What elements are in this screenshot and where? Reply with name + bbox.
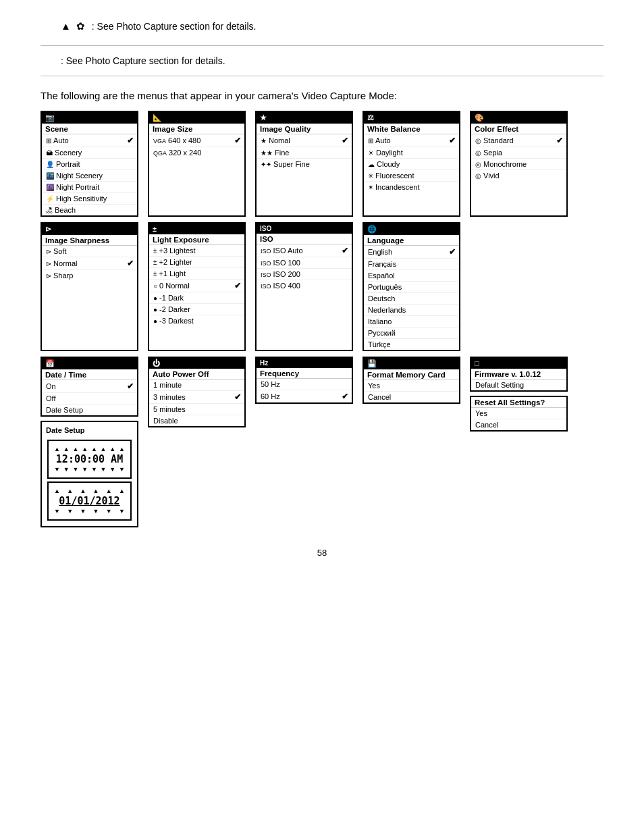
le-0normal[interactable]: ○0 Normal ✔ (149, 280, 244, 292)
fmt-title: Format Memory Card (364, 369, 459, 380)
sharp-normal[interactable]: ⊳Normal ✔ (42, 257, 137, 270)
fw-icon: □ (475, 359, 479, 367)
time-down-arrows: ▼▼▼▼▼▼▼▼ (54, 466, 125, 473)
lang-icon: 🌐 (367, 225, 377, 234)
lang-italiano[interactable]: Italiano (364, 316, 459, 328)
fmt-yes[interactable]: Yes (364, 380, 459, 392)
scene-title: Scene (42, 124, 137, 134)
le-2darker[interactable]: ●-2 Darker (149, 304, 244, 315)
ap-3min[interactable]: 3 minutes ✔ (149, 391, 244, 404)
note1-section: ▲ ✿ : See Photo Capture section for deta… (41, 14, 603, 36)
freq-icon: Hz (260, 359, 268, 367)
time-value: 12:00:00 AM (54, 453, 125, 465)
menu-row-2: ⊳ Image Sharpness ⊳Soft ⊳Normal ✔ ⊳Sharp… (41, 222, 603, 351)
iso-200[interactable]: ISOISO 200 (257, 269, 352, 280)
wb-auto[interactable]: ⊞Auto ✔ (364, 134, 459, 147)
arrows-icon: ▲ ✿ (61, 20, 85, 32)
lang-turkish[interactable]: Türkçe (364, 339, 459, 350)
time-display: ▲▲▲▲▲▲▲▲ 12:00:00 AM ▼▼▼▼▼▼▼▼ (47, 440, 132, 479)
ap-icon: ⏻ (153, 359, 160, 367)
quality-nomal[interactable]: ★Nomal ✔ (257, 134, 352, 147)
quality-super-fine[interactable]: ✦✦Super Fine (257, 159, 352, 170)
ce-monochrome[interactable]: ◎Monochrome (471, 159, 566, 170)
wb-incandescent[interactable]: ✶Incandescent (364, 182, 459, 192)
date-setup-panel: Date Setup ▲▲▲▲▲▲▲▲ 12:00:00 AM ▼▼▼▼▼▼▼▼… (41, 421, 138, 527)
iso-header: ISO (257, 224, 352, 234)
wb-cloudy[interactable]: ☁Cloudy (364, 159, 459, 170)
dt-title: Date / Time (42, 369, 137, 380)
divider2 (41, 76, 603, 76)
dt-off[interactable]: Off (42, 393, 137, 405)
menu-row-1: 📷 Scene ⊞Auto ✔ 🏔Scenery 👤Portrait 🌃Nigh… (41, 111, 603, 217)
le-3darkest[interactable]: ●-3 Darkest (149, 315, 244, 326)
scene-portrait[interactable]: 👤Portrait (42, 159, 137, 170)
fmt-cancel[interactable]: Cancel (364, 392, 459, 402)
scene-beach[interactable]: 🏖Beach (42, 205, 137, 215)
scene-night-scenery[interactable]: 🌃Night Scenery (42, 170, 137, 182)
qga-option[interactable]: QGA320 x 240 (149, 147, 244, 158)
date-display: ▲▲▲▲▲▲ 01/01/2012 ▼▼▼▼▼▼ (47, 481, 132, 521)
quality-fine[interactable]: ★★Fine (257, 147, 352, 159)
iso-400[interactable]: ISOISO 400 (257, 280, 352, 291)
le-1light[interactable]: ±+1 Light (149, 268, 244, 280)
vga-option[interactable]: VGA640 x 480 ✔ (149, 134, 244, 147)
lang-portugues[interactable]: Português (364, 282, 459, 293)
lang-english[interactable]: English ✔ (364, 246, 459, 259)
sharpness-panel: ⊳ Image Sharpness ⊳Soft ⊳Normal ✔ ⊳Sharp (41, 222, 138, 351)
sharpness-header: ⊳ (42, 224, 137, 235)
scene-icon: 📷 (45, 113, 55, 122)
wb-title: White Balance (364, 124, 459, 134)
scene-auto[interactable]: ⊞Auto ✔ (42, 134, 137, 147)
scene-night-portrait[interactable]: 🌆Night Portrait (42, 182, 137, 193)
dt-date-setup-item[interactable]: Date Setup (42, 405, 137, 415)
color-effect-panel: 🎨 Color Effect ◎Standard ✔ ◎Sepia ◎Monoc… (470, 111, 568, 217)
ce-standard[interactable]: ◎Standard ✔ (471, 134, 566, 147)
image-quality-panel: ★ Image Quality ★Nomal ✔ ★★Fine ✦✦Super … (255, 111, 353, 217)
reset-cancel[interactable]: Cancel (471, 419, 566, 430)
menu-row-3: 📅 Date / Time On ✔ Off Date Setup Date S… (41, 357, 603, 527)
freq-60hz[interactable]: 60 Hz ✔ (257, 390, 352, 402)
ap-5min[interactable]: 5 minutes (149, 404, 244, 415)
freq-50hz[interactable]: 50 Hz (257, 379, 352, 390)
ce-sepia[interactable]: ◎Sepia (471, 147, 566, 159)
scene-scenery[interactable]: 🏔Scenery (42, 147, 137, 159)
lang-espanol[interactable]: Español (364, 270, 459, 282)
le-icon: ± (153, 225, 157, 233)
fmt-header: 💾 (364, 358, 459, 369)
dt-icon: 📅 (45, 359, 55, 368)
main-desc: The following are the menus that appear … (41, 90, 397, 101)
sharp-soft[interactable]: ⊳Soft (42, 246, 137, 257)
ce-header: 🎨 (471, 112, 566, 124)
iso-100[interactable]: ISOISO 100 (257, 257, 352, 269)
ce-vivid[interactable]: ◎Vivid (471, 170, 566, 181)
date-time-panel: 📅 Date / Time On ✔ Off Date Setup (41, 357, 138, 417)
sharp-sharp[interactable]: ⊳Sharp (42, 270, 137, 281)
scene-panel: 📷 Scene ⊞Auto ✔ 🏔Scenery 👤Portrait 🌃Nigh… (41, 111, 138, 217)
wb-fluorescent[interactable]: ✳Fluorescent (364, 170, 459, 182)
auto-power-panel: ⏻ Auto Power Off 1 minute 3 minutes ✔ 5 … (148, 357, 246, 427)
le-1dark[interactable]: ●-1 Dark (149, 292, 244, 304)
ap-1min[interactable]: 1 minute (149, 380, 244, 391)
scene-high-sensitivity[interactable]: ⚡High Sensitivity (42, 193, 137, 205)
fw-default[interactable]: Default Setting (471, 380, 566, 390)
lang-russian[interactable]: Русский (364, 328, 459, 339)
lang-nederlands[interactable]: Nederlands (364, 305, 459, 316)
dt-header: 📅 (42, 358, 137, 369)
dt-on[interactable]: On ✔ (42, 380, 137, 393)
sharpness-title: Image Sharpness (42, 235, 137, 246)
reset-yes[interactable]: Yes (471, 408, 566, 419)
date-down-arrows: ▼▼▼▼▼▼ (54, 508, 125, 515)
le-2lighter[interactable]: ±+2 Lighter (149, 257, 244, 268)
wb-daylight[interactable]: ☀Daylight (364, 147, 459, 159)
iso-auto[interactable]: ISOISO Auto ✔ (257, 244, 352, 257)
lang-francais[interactable]: Français (364, 259, 459, 270)
lang-deutsch[interactable]: Deutsch (364, 293, 459, 305)
ap-disable[interactable]: Disable (149, 415, 244, 426)
wb-icon: ⚖ (367, 113, 374, 122)
iso-panel: ISO ISO ISOISO Auto ✔ ISOISO 100 ISOISO … (255, 222, 353, 351)
freq-title: Frequency (257, 368, 352, 379)
time-up-arrows: ▲▲▲▲▲▲▲▲ (54, 446, 125, 452)
le-3lightest[interactable]: ±+3 Lightest (149, 245, 244, 257)
le-header: ± (149, 224, 244, 234)
fw-header: □ (471, 358, 566, 369)
